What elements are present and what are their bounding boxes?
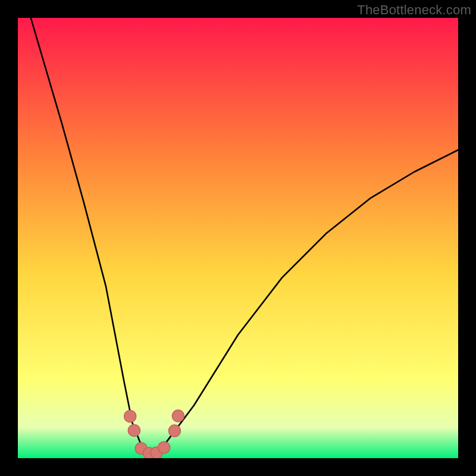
plot-area bbox=[18, 18, 458, 458]
marker-point bbox=[158, 441, 170, 453]
attribution-text: TheBottleneck.com bbox=[357, 2, 471, 18]
marker-point bbox=[168, 425, 180, 437]
bottleneck-curve bbox=[18, 18, 458, 454]
marker-point bbox=[124, 411, 136, 422]
curve-layer bbox=[18, 18, 458, 458]
marker-point bbox=[172, 410, 184, 422]
marker-point bbox=[128, 424, 140, 436]
curve-markers bbox=[124, 410, 184, 458]
chart-frame: TheBottleneck.com bbox=[0, 0, 476, 476]
